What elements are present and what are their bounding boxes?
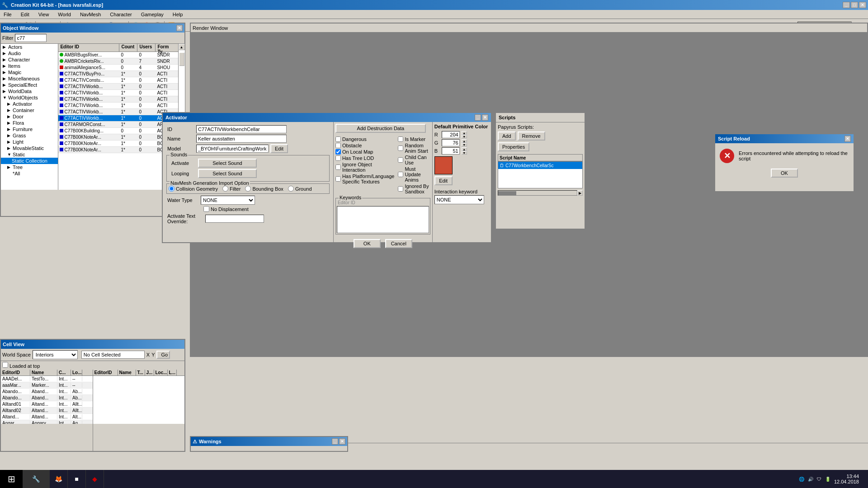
- tree-tree[interactable]: ▶Tree: [1, 164, 58, 170]
- add-destruction-btn[interactable]: Add Destruction Data: [335, 124, 426, 133]
- chk-must-update-input[interactable]: [398, 172, 403, 177]
- cancel-btn[interactable]: Cancel: [385, 239, 412, 248]
- tree-miscellaneous[interactable]: ▶Miscellaneous: [1, 75, 58, 82]
- b-up[interactable]: ▲: [462, 147, 467, 151]
- chk-child-can-use-input[interactable]: [398, 157, 403, 163]
- r-input[interactable]: [442, 131, 460, 138]
- cell-row[interactable]: Altand...Altand...Int...Alt...: [1, 414, 93, 420]
- list-item[interactable]: C77B00KNoteAr... 1* 0 BOOK: [58, 134, 178, 141]
- list-item[interactable]: AMBRCricketsRiv... 0 7 SNDR: [58, 58, 178, 65]
- edit-color-btn[interactable]: Edit: [434, 176, 453, 185]
- cell-row[interactable]: Angar...Angarv...Int...An...: [1, 420, 93, 424]
- world-space-select[interactable]: Interiors: [33, 350, 78, 359]
- no-displacement-checkbox[interactable]: [203, 206, 209, 212]
- list-item[interactable]: C77ACTIVWorkb... 1* 0 ACTI: [58, 84, 178, 90]
- list-item[interactable]: C77ACTIVWorkb... 1* 0 ACTI: [58, 90, 178, 96]
- list-item[interactable]: C77ACTIVConstu... 1* 0 ACTI: [58, 77, 178, 84]
- menu-edit[interactable]: Edit: [19, 11, 31, 18]
- chk-on-local-map-input[interactable]: [335, 149, 341, 155]
- tree-static-collection[interactable]: Static Collection: [1, 158, 58, 164]
- list-item[interactable]: AMBRBugsRiver... 0 0 SNDR: [58, 52, 178, 58]
- cell-row[interactable]: Abando...Aband...Int...Ab...: [1, 389, 93, 395]
- menu-help[interactable]: Help: [171, 11, 185, 18]
- r-up[interactable]: ▲: [462, 131, 467, 135]
- script-reload-ok-btn[interactable]: OK: [771, 169, 798, 178]
- radio-collision-input[interactable]: [169, 186, 175, 192]
- tree-magic[interactable]: ▶Magic: [1, 69, 58, 75]
- list-item[interactable]: C77ACTIVBuyPro... 1* 0 ACTI: [58, 71, 178, 77]
- cell-row[interactable]: aaaMar...Marker...Int...--: [1, 382, 93, 389]
- id-input[interactable]: [196, 125, 287, 133]
- radio-ground-input[interactable]: [288, 186, 294, 192]
- radio-filter-input[interactable]: [222, 186, 228, 192]
- name-input[interactable]: [196, 135, 287, 143]
- menu-gameplay[interactable]: Gameplay: [139, 11, 165, 18]
- cell-row[interactable]: AAADel...TestTo...Int...--: [1, 376, 93, 382]
- list-item[interactable]: C77ACTIVWorkb... 1* 0 ACTI: [58, 96, 178, 103]
- start-button[interactable]: ⊞: [0, 470, 23, 488]
- activator-minimize[interactable]: _: [475, 114, 481, 121]
- tree-specialeffect[interactable]: ▶SpecialEffect: [1, 82, 58, 88]
- cell-row[interactable]: Alltand01Altand...Int...Allt...: [1, 401, 93, 408]
- cell-row[interactable]: Alltand02Altand...Int...Allt...: [1, 408, 93, 414]
- close-btn[interactable]: ✕: [859, 2, 866, 8]
- restore-btn[interactable]: □: [851, 2, 858, 8]
- color-swatch[interactable]: [434, 156, 453, 174]
- tree-audio[interactable]: ▶Audio: [1, 50, 58, 56]
- tree-worldobjects[interactable]: ▼WorldObjects: [1, 94, 58, 101]
- script-row[interactable]: 🗒 C77WorkbenchCellarSc: [498, 162, 582, 169]
- tree-items[interactable]: ▶Items: [1, 63, 58, 69]
- taskbar-item-3[interactable]: ◆: [86, 470, 104, 488]
- activate-sound-btn[interactable]: Select Sound: [198, 159, 257, 168]
- chk-is-marker-input[interactable]: [398, 136, 403, 142]
- tree-actors[interactable]: ▶Actors: [1, 44, 58, 50]
- tree-static[interactable]: ▼Static: [1, 151, 58, 158]
- list-item[interactable]: C77ACTIVWorkb... 1* 0 ACTI: [58, 115, 178, 122]
- chk-ignore-object-input[interactable]: [335, 164, 341, 170]
- tree-furniture[interactable]: ▶Furniture: [1, 126, 58, 132]
- scripts-scrollbar[interactable]: ▶: [498, 190, 583, 196]
- chk-has-tree-lod-input[interactable]: [335, 155, 341, 161]
- cell-row[interactable]: Abando...Aband...Int...Ab...: [1, 395, 93, 401]
- scripts-add-btn[interactable]: Add: [498, 131, 516, 141]
- filter-input[interactable]: [15, 34, 47, 42]
- b-input[interactable]: [442, 147, 460, 155]
- tree-panel[interactable]: ▶Actors ▶Audio ▶Character ▶Items ▶Magic …: [1, 44, 58, 190]
- warnings-close[interactable]: ✕: [339, 438, 345, 445]
- list-item[interactable]: C77B00KBuilding... 0 0 ACTI: [58, 128, 178, 134]
- model-edit-btn[interactable]: Edit: [270, 144, 288, 153]
- taskbar-item-browser[interactable]: 🦊: [50, 470, 68, 488]
- scripts-properties-btn[interactable]: Properties: [498, 142, 529, 151]
- taskbar-item-ck[interactable]: 🔧: [23, 470, 50, 488]
- tree-light[interactable]: ▶Light: [1, 139, 58, 145]
- taskbar-item-2[interactable]: ■: [68, 470, 86, 488]
- go-btn[interactable]: Go: [156, 351, 170, 359]
- tree-activator[interactable]: ▶Activator: [1, 101, 58, 107]
- model-input[interactable]: [196, 145, 269, 153]
- loaded-at-top-checkbox[interactable]: [2, 362, 8, 368]
- looping-sound-btn[interactable]: Select Sound: [198, 169, 257, 178]
- list-item[interactable]: C77ARMORConst... 1* 0 ARMO: [58, 122, 178, 128]
- chk-ignored-sandbox-input[interactable]: [398, 186, 403, 192]
- scripts-list[interactable]: 🗒 C77WorkbenchCellarSc: [498, 161, 583, 188]
- tree-flora[interactable]: ▶Flora: [1, 120, 58, 126]
- tree-movablestatic[interactable]: ▶MovableStatic: [1, 145, 58, 151]
- tree-door[interactable]: ▶Door: [1, 113, 58, 120]
- menu-world[interactable]: World: [56, 11, 73, 18]
- menu-file[interactable]: File: [2, 11, 14, 18]
- g-down[interactable]: ▼: [462, 143, 467, 146]
- menu-navmesh[interactable]: NavMesh: [78, 11, 103, 18]
- tree-container[interactable]: ▶Container: [1, 107, 58, 113]
- chk-dangerous-input[interactable]: [335, 136, 341, 142]
- list-item[interactable]: C77B00KNoteAr... 1* 0 BOOK: [58, 141, 178, 147]
- list-item[interactable]: C77ACTIVWorkb... 1* 0 ACTI: [58, 103, 178, 109]
- tree-grass[interactable]: ▶Grass: [1, 132, 58, 139]
- list-item[interactable]: C77ACTIVWorkb... 1* 0 ACTI: [58, 109, 178, 115]
- tree-all[interactable]: *All: [1, 170, 58, 177]
- warnings-minimize[interactable]: _: [332, 438, 338, 445]
- object-window-close[interactable]: ✕: [176, 25, 183, 31]
- activator-close[interactable]: ✕: [482, 114, 488, 121]
- chk-platform-lang-input[interactable]: [335, 176, 341, 182]
- activate-text-input[interactable]: [205, 215, 264, 223]
- chk-random-anim-input[interactable]: [398, 145, 403, 151]
